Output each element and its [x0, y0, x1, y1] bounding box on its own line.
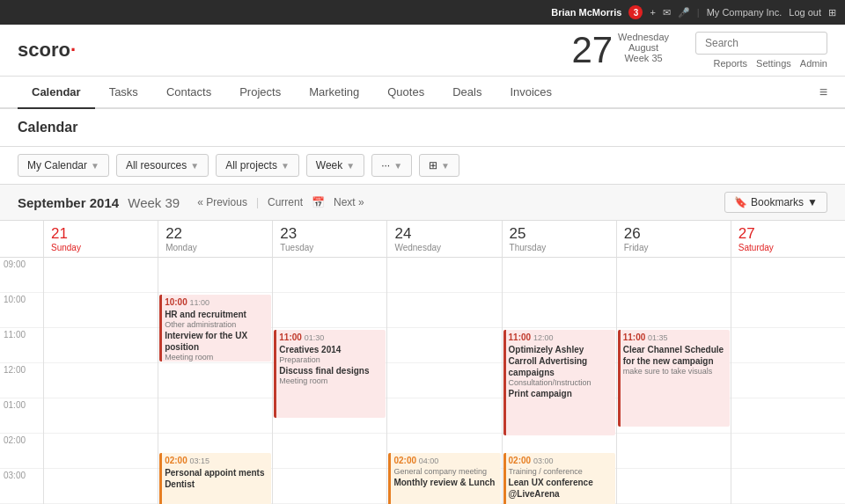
- event-sub: Training / conference: [509, 467, 613, 478]
- topbar-mail-icon[interactable]: ✉: [663, 7, 671, 18]
- view-select[interactable]: Week ▼: [306, 154, 364, 177]
- sunday-column: [44, 258, 158, 504]
- topbar-company[interactable]: My Company Inc.: [707, 7, 783, 18]
- logo-accent: ·: [70, 39, 76, 61]
- thu-day-num: 25: [510, 225, 609, 243]
- sun-slot-5: [44, 434, 158, 469]
- event-clear-channel[interactable]: 11:00 01:35 Clear Channel Schedule for t…: [618, 330, 730, 427]
- tab-contacts[interactable]: Contacts: [152, 77, 225, 109]
- time-0900: 09:00: [0, 258, 43, 293]
- sat-day-num: 27: [738, 225, 838, 243]
- topbar-notification-badge[interactable]: 3: [628, 5, 643, 19]
- projects-caret-icon: ▼: [281, 161, 290, 171]
- event-lean-ux[interactable]: 02:00 03:00 Training / conference Lean U…: [503, 453, 615, 504]
- fri-day-name: Friday: [624, 243, 724, 252]
- event-title: Optimizely Ashley Carroll Advertising ca…: [509, 344, 613, 378]
- thu-day-name: Thursday: [510, 243, 609, 252]
- event-time: 11:00: [623, 332, 646, 342]
- event-monthly-review[interactable]: 02:00 04:00 General company meeting Mont…: [388, 453, 500, 504]
- time-0200: 02:00: [0, 434, 43, 469]
- time-1200: 12:00: [0, 363, 43, 398]
- event-time: 11:00: [279, 332, 302, 342]
- settings-link[interactable]: Settings: [756, 58, 791, 69]
- tab-quotes[interactable]: Quotes: [373, 77, 438, 109]
- more-options-btn[interactable]: ··· ▼: [371, 154, 412, 177]
- monday-column: 10:00 11:00 HR and recruitment Other adm…: [158, 258, 273, 504]
- topbar-logout[interactable]: Log out: [789, 7, 821, 18]
- nav-menu-icon[interactable]: ≡: [819, 84, 827, 100]
- calendar-caret-icon: ▼: [91, 161, 99, 171]
- event-title: Personal appoint ments: [165, 467, 268, 478]
- event-location: Meeting room: [165, 353, 268, 362]
- reports-link[interactable]: Reports: [714, 58, 748, 69]
- day-header-monday: 22 Monday: [158, 221, 273, 257]
- topbar: Brian McMorris 3 + ✉ 🎤 | My Company Inc.…: [0, 0, 845, 25]
- toolbar: My Calendar ▼ All resources ▼ All projec…: [0, 147, 845, 185]
- calendar-select[interactable]: My Calendar ▼: [18, 154, 109, 177]
- day-header-thursday: 25 Thursday: [503, 221, 617, 257]
- date-week: Week 35: [618, 53, 669, 63]
- topbar-grid-icon[interactable]: ⊞: [828, 7, 836, 18]
- day-headers-row: 21 Sunday 22 Monday 23 Tuesday 24 Wednes…: [0, 221, 845, 258]
- event-title: Creatives 2014: [279, 344, 383, 355]
- date-month: August: [618, 42, 669, 53]
- time-1100: 11:00: [0, 328, 43, 363]
- event-creatives-2014[interactable]: 11:00 01:30 Creatives 2014 Preparation D…: [274, 330, 386, 418]
- grid-options-btn[interactable]: ⊞ ▼: [419, 154, 459, 177]
- next-link[interactable]: Next »: [334, 196, 364, 208]
- wed-day-num: 24: [394, 225, 494, 243]
- event-detail: Discuss final designs: [279, 365, 383, 376]
- tab-calendar[interactable]: Calendar: [18, 77, 95, 109]
- projects-select[interactable]: All projects ▼: [216, 154, 299, 177]
- topbar-mic-icon[interactable]: 🎤: [678, 7, 690, 18]
- current-link[interactable]: Current: [268, 196, 303, 208]
- calendar-icon[interactable]: 📅: [312, 196, 325, 208]
- resources-select-label: All resources: [126, 159, 187, 172]
- event-personal-appt[interactable]: 02:00 03:15 Personal appoint ments Denti…: [159, 453, 271, 504]
- time-1000: 10:00: [0, 293, 43, 328]
- view-select-label: Week: [316, 159, 342, 172]
- tab-deals[interactable]: Deals: [438, 77, 496, 109]
- event-title: HR and recruitment: [165, 309, 268, 320]
- search-area: Reports Settings Admin: [695, 32, 827, 69]
- bookmarks-btn[interactable]: 🔖 Bookmarks ▼: [724, 192, 827, 213]
- page-title-bar: Calendar: [0, 109, 845, 147]
- event-location: Meeting room: [279, 376, 383, 387]
- day-header-friday: 26 Friday: [617, 221, 731, 257]
- calendar-nav: September 2014 Week 39 « Previous | Curr…: [0, 185, 845, 221]
- event-detail: Print campaign: [509, 388, 613, 399]
- event-time: 02:00: [165, 456, 187, 465]
- topbar-add-icon[interactable]: +: [650, 7, 655, 18]
- tab-invoices[interactable]: Invoices: [496, 77, 566, 109]
- tab-tasks[interactable]: Tasks: [95, 77, 152, 109]
- event-title: Lean UX conference @LiveArena: [509, 477, 613, 500]
- cal-month-year: September 2014 Week 39: [18, 195, 180, 210]
- topbar-username: Brian McMorris: [551, 7, 621, 18]
- admin-link[interactable]: Admin: [800, 58, 827, 69]
- event-sub: Other administration: [165, 320, 268, 331]
- sun-slot-4: [44, 398, 158, 434]
- bookmark-icon: 🔖: [734, 196, 747, 208]
- tab-marketing[interactable]: Marketing: [295, 77, 373, 109]
- projects-select-label: All projects: [225, 159, 277, 172]
- tue-day-name: Tuesday: [280, 243, 379, 252]
- event-time: 10:00: [165, 297, 187, 307]
- calendar-body: 09:00 10:00 11:00 12:00 01:00 02:00 03:0…: [0, 258, 845, 504]
- event-optimizely[interactable]: 11:00 12:00 Optimizely Ashley Carroll Ad…: [503, 330, 615, 435]
- mon-day-name: Monday: [165, 243, 265, 252]
- main-nav: Calendar Tasks Contacts Projects Marketi…: [0, 77, 845, 109]
- mon-day-num: 22: [165, 225, 265, 243]
- search-input[interactable]: [695, 32, 827, 55]
- event-detail: make sure to take visuals: [623, 367, 727, 377]
- sun-slot-0: [44, 258, 158, 293]
- day-header-wednesday: 24 Wednesday: [387, 221, 502, 257]
- prev-link[interactable]: « Previous: [197, 196, 247, 208]
- resources-caret-icon: ▼: [190, 161, 199, 171]
- sun-slot-6: [44, 469, 158, 504]
- wednesday-column: 02:00 04:00 General company meeting Mont…: [387, 258, 502, 504]
- event-hr-recruitment[interactable]: 10:00 11:00 HR and recruitment Other adm…: [159, 295, 271, 362]
- tab-projects[interactable]: Projects: [225, 77, 295, 109]
- resources-select[interactable]: All resources ▼: [116, 154, 209, 177]
- date-display: 27 Wednesday August Week 35: [571, 32, 669, 69]
- event-sub: General company meeting: [393, 467, 497, 478]
